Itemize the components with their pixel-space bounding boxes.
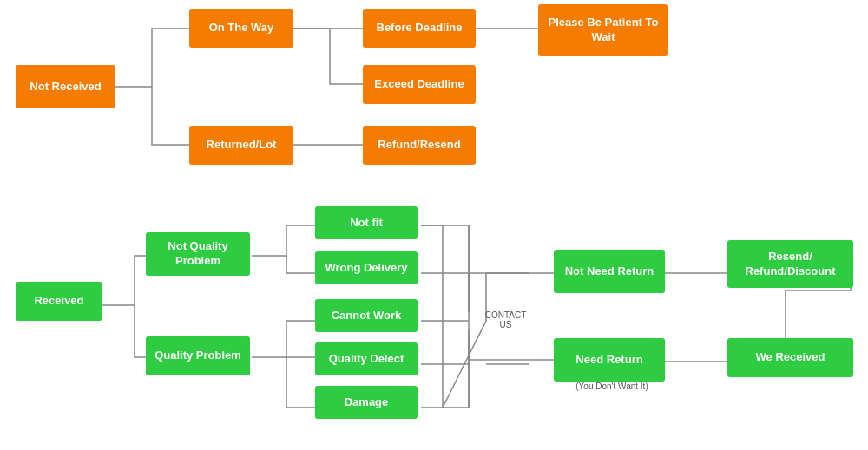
quality-defect-node: Quality Delect — [315, 342, 418, 375]
contact-us-label: CONTACT US — [482, 310, 529, 329]
diagram: Not Received On The Way Returned/Lot Bef… — [0, 0, 868, 450]
quality-problem-node: Quality Problem — [146, 336, 250, 375]
exceed-deadline-node: Exceed Deadline — [363, 65, 476, 104]
before-deadline-node: Before Deadline — [363, 9, 476, 48]
resend-refund-node: Resend/ Refund/Discount — [727, 240, 853, 288]
you-dont-want-label: (You Don't Want It) — [547, 382, 677, 391]
returned-lot-node: Returned/Lot — [189, 126, 293, 165]
please-be-patient-node: Please Be Patient To Wait — [538, 4, 668, 56]
received-node: Received — [16, 282, 102, 321]
cannot-work-node: Cannot Work — [315, 299, 418, 332]
not-quality-problem-node: Not Quality Problem — [146, 232, 250, 276]
wrong-delivery-node: Wrong Delivery — [315, 251, 418, 284]
not-need-return-node: Not Need Return — [554, 250, 665, 293]
refund-resend-node: Refund/Resend — [363, 126, 476, 165]
need-return-node: Need Return — [554, 338, 665, 382]
on-the-way-node: On The Way — [189, 9, 293, 48]
not-fit-node: Not fit — [315, 206, 418, 239]
we-received-node: We Received — [727, 338, 853, 377]
not-received-node: Not Received — [16, 65, 115, 108]
damage-node: Damage — [315, 386, 418, 419]
